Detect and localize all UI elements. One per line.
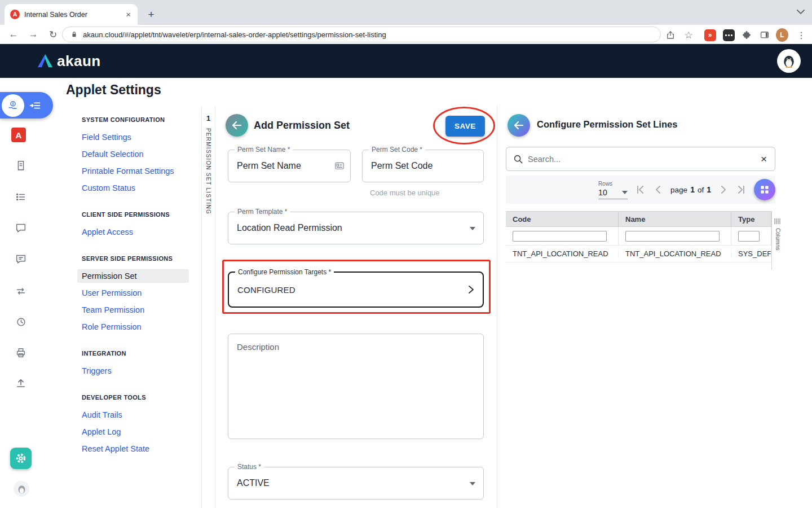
- sidebar-item-triggers[interactable]: Triggers: [77, 364, 189, 378]
- settings-gear-button[interactable]: [10, 448, 32, 469]
- page-current: 1: [690, 185, 695, 194]
- first-page-button[interactable]: [634, 184, 646, 195]
- pdf-shortcut-icon[interactable]: A: [11, 128, 26, 142]
- window-chevron-icon[interactable]: [796, 8, 805, 16]
- perm-template-value: Location Read Permission: [237, 223, 342, 233]
- search-box[interactable]: ×: [506, 147, 775, 171]
- description-placeholder: Description: [237, 342, 279, 352]
- user-avatar-penguin[interactable]: [777, 49, 801, 73]
- form-panel-title: Add Permission Set: [254, 120, 350, 132]
- status-label: Status *: [235, 463, 264, 471]
- penguin-shortcut[interactable]: [14, 481, 29, 497]
- next-page-button[interactable]: [718, 184, 729, 195]
- last-page-button[interactable]: [736, 184, 747, 195]
- history-icon[interactable]: [15, 316, 27, 328]
- akaun-logo-icon: [37, 54, 53, 68]
- browser-toolbar: ← → ↻ akaun.cloud/#/applet/tnt/wavelet/e…: [0, 25, 812, 44]
- page-total: 1: [707, 185, 711, 194]
- sidebar-item-role-permission[interactable]: Role Permission: [77, 320, 189, 334]
- sidebar-item-printable-format-settings[interactable]: Printable Format Settings: [77, 164, 189, 178]
- form-back-button[interactable]: [226, 114, 248, 137]
- filter-name-input[interactable]: [625, 231, 720, 242]
- sidebar-item-applet-access[interactable]: Applet Access: [77, 225, 189, 239]
- header-name: Name: [619, 212, 731, 226]
- grid-view-toggle-button[interactable]: [754, 179, 775, 200]
- perm-set-name-field[interactable]: Perm Set Name * Perm Set Name: [228, 150, 351, 182]
- chat-icon[interactable]: [15, 222, 27, 234]
- browser-menu-kebab-icon[interactable]: ⋮: [795, 29, 807, 41]
- perm-set-name-value: Perm Set Name: [237, 161, 301, 171]
- bookmark-star-icon[interactable]: ☆: [682, 29, 695, 41]
- list-icon[interactable]: [15, 191, 27, 203]
- sidebar-item-default-selection[interactable]: Default Selection: [77, 147, 189, 161]
- section-header-system-configuration: SYSTEM CONFIGURATION: [77, 116, 189, 123]
- drag-handle-icon: [774, 218, 782, 225]
- print-icon[interactable]: [15, 347, 27, 359]
- perm-template-select[interactable]: Perm Template * Location Read Permission: [228, 212, 484, 244]
- perm-set-code-label: Perm Set Code *: [369, 146, 425, 154]
- gear-icon: [14, 452, 28, 465]
- back-button[interactable]: ←: [6, 25, 21, 44]
- dropdown-caret-icon: [470, 482, 475, 485]
- sidebar-item-reset-applet-state[interactable]: Reset Applet State: [77, 442, 189, 456]
- lock-icon: [69, 30, 79, 40]
- search-input[interactable]: [528, 155, 760, 164]
- akaun-logo[interactable]: akaun: [37, 52, 101, 70]
- sidebar-item-audit-trails[interactable]: Audit Trails: [77, 408, 189, 422]
- swap-icon[interactable]: [15, 285, 27, 297]
- browser-tab[interactable]: A Internal Sales Order ×: [5, 4, 138, 25]
- badge-picker-icon[interactable]: [334, 161, 345, 171]
- section-header-integration: INTEGRATION: [77, 350, 189, 357]
- browser-tabstrip: A Internal Sales Order × +: [0, 0, 812, 25]
- section-header-developer-tools: DEVELOPER TOOLS: [77, 394, 189, 401]
- filter-code-input[interactable]: [513, 231, 607, 242]
- chat-icon-2[interactable]: [15, 253, 27, 265]
- extension-red-icon[interactable]: »: [704, 29, 716, 41]
- configure-permission-targets-field[interactable]: Configure Permission Targets * CONFIGURE…: [228, 271, 484, 308]
- akaun-logo-text: akaun: [57, 52, 101, 70]
- status-select[interactable]: Status * ACTIVE: [228, 467, 484, 500]
- save-button[interactable]: SAVE: [445, 116, 485, 137]
- vertical-tab-permission-set-listing[interactable]: 1 PERMISSION SET LISTING: [201, 106, 215, 508]
- url-text: akaun.cloud/#/applet/tnt/wavelet/erp/int…: [83, 30, 386, 39]
- invoice-icon[interactable]: [15, 160, 27, 172]
- search-clear-icon[interactable]: ×: [760, 153, 768, 165]
- columns-config-handle[interactable]: Columns: [771, 211, 783, 270]
- transfer-pill-widget[interactable]: [0, 92, 53, 119]
- description-textarea[interactable]: Description: [228, 334, 484, 439]
- perm-set-code-field[interactable]: Perm Set Code * Perm Set Code: [362, 150, 484, 182]
- new-tab-button[interactable]: +: [143, 7, 159, 23]
- browser-profile-avatar[interactable]: L: [776, 29, 788, 41]
- extensions-puzzle-icon[interactable]: [740, 29, 753, 41]
- table-row[interactable]: TNT_API_LOCATION_READ TNT_API_LOCATION_R…: [506, 246, 771, 262]
- sidebar-item-permission-set[interactable]: Permission Set: [77, 269, 189, 283]
- filter-type-input[interactable]: [738, 231, 760, 242]
- code-unique-hint: Code must be unique: [370, 189, 440, 197]
- tab-favicon: A: [10, 10, 20, 19]
- sidebar-item-applet-log[interactable]: Applet Log: [77, 425, 189, 439]
- sidebar-item-user-permission[interactable]: User Permission: [77, 286, 189, 300]
- panel-back-button[interactable]: [508, 114, 530, 137]
- menu-arrow-icon: [29, 99, 42, 112]
- side-panel-icon[interactable]: [758, 29, 771, 41]
- extension-dark-icon[interactable]: [722, 29, 735, 41]
- configure-permission-set-lines-panel: Configure Permission Set Lines × Rows 10…: [497, 106, 812, 508]
- status-value: ACTIVE: [237, 478, 270, 488]
- rows-per-page-select[interactable]: Rows 10: [598, 181, 628, 199]
- columns-label: Columns: [775, 228, 781, 250]
- perm-set-code-value: Perm Set Code: [371, 161, 433, 171]
- share-icon[interactable]: [664, 29, 677, 41]
- sidebar-item-custom-status[interactable]: Custom Status: [77, 181, 189, 195]
- url-bar[interactable]: akaun.cloud/#/applet/tnt/wavelet/erp/int…: [62, 27, 661, 42]
- search-icon: [513, 154, 523, 164]
- reload-button[interactable]: ↻: [45, 25, 61, 44]
- sidebar-item-team-permission[interactable]: Team Permission: [77, 303, 189, 317]
- forward-button[interactable]: →: [25, 25, 41, 44]
- tab-close-icon[interactable]: ×: [123, 10, 133, 19]
- section-header-client-side-permissions: CLIENT SIDE PERMISSIONS: [77, 211, 189, 218]
- configure-targets-value: CONFIGURED: [237, 285, 295, 295]
- upload-icon[interactable]: [15, 377, 27, 389]
- sidebar-item-field-settings[interactable]: Field Settings: [77, 130, 189, 144]
- prev-page-button[interactable]: [652, 184, 664, 195]
- perm-template-label: Perm Template *: [235, 208, 290, 216]
